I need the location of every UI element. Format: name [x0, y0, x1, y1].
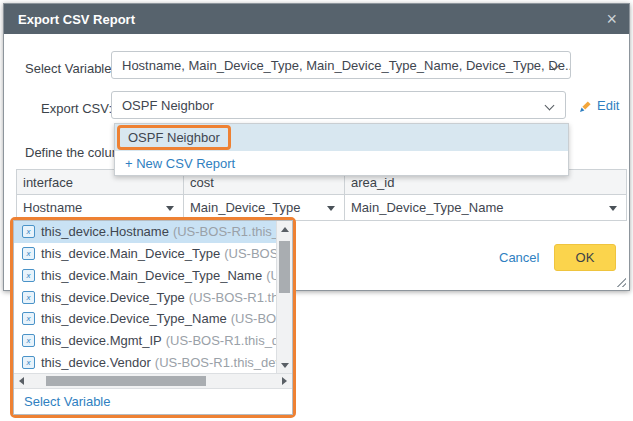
scrollbar-thumb[interactable] — [279, 241, 290, 293]
edit-label: Edit — [597, 98, 619, 113]
list-item[interactable]: x this_device.Hostname (US-BOS-R1.this_d… — [14, 221, 276, 243]
close-icon[interactable]: × — [606, 8, 617, 30]
variable-icon: x — [22, 312, 35, 325]
list-item[interactable]: x this_device.Mgmt_IP (US-BOS-R1.this_de… — [14, 330, 276, 352]
variable-list-popup: x this_device.Hostname (US-BOS-R1.this_d… — [13, 220, 293, 415]
horizontal-scrollbar[interactable] — [14, 373, 292, 388]
dropdown-arrow-icon — [166, 206, 174, 211]
pencil-icon — [579, 99, 593, 113]
csv-report-menu: OSPF Neighbor + New CSV Report — [114, 123, 569, 176]
menu-option-ospf-neighbor[interactable]: OSPF Neighbor — [115, 124, 568, 151]
select-variables-value: Hostname, Main_Device_Type, Main_Device_… — [122, 58, 571, 73]
list-item[interactable]: x this_device.Device_Type (US-BOS-R1.thi… — [14, 286, 276, 308]
chevron-down-icon — [545, 101, 555, 111]
dropdown-arrow-icon — [327, 206, 335, 211]
scroll-left-icon[interactable] — [19, 377, 24, 385]
scroll-right-icon[interactable] — [282, 377, 287, 385]
select-variable-row: Select Variable — [14, 388, 292, 414]
variable-icon: x — [22, 269, 35, 282]
highlight-annotation: x this_device.Hostname (US-BOS-R1.this_d… — [10, 217, 296, 418]
list-item[interactable]: x this_device.Main_Device_Type_Name (US-… — [14, 264, 276, 286]
list-item[interactable]: x this_device.Vendor (US-BOS-R1.this_dev… — [14, 351, 276, 373]
export-csv-dropdown[interactable]: OSPF Neighbor — [111, 91, 566, 119]
vertical-scrollbar[interactable] — [276, 221, 292, 373]
variable-icon: x — [22, 225, 35, 238]
variable-icon: x — [22, 356, 35, 369]
variable-icon: x — [22, 247, 35, 260]
new-csv-report-option[interactable]: + New CSV Report — [115, 151, 568, 175]
scrollbar-thumb[interactable] — [46, 376, 206, 386]
variable-icon: x — [22, 291, 35, 304]
resize-grip[interactable] — [615, 276, 626, 287]
cell-dropdown-area-id[interactable]: Main_Device_Type_Name — [345, 195, 627, 221]
dialog-titlebar: Export CSV Report × — [4, 4, 629, 34]
scroll-down-icon[interactable] — [277, 357, 292, 373]
list-item[interactable]: x this_device.Main_Device_Type (US-BOS-R… — [14, 243, 276, 265]
variable-icon: x — [22, 334, 35, 347]
dropdown-arrow-icon — [609, 206, 617, 211]
select-variables-dropdown[interactable]: Hostname, Main_Device_Type, Main_Device_… — [111, 51, 571, 79]
scroll-up-icon[interactable] — [277, 221, 292, 237]
export-csv-value: OSPF Neighbor — [122, 98, 214, 113]
cancel-button[interactable]: Cancel — [499, 250, 539, 265]
ok-button[interactable]: OK — [554, 244, 616, 271]
list-item[interactable]: x this_device.Device_Type_Name (US-BOS-R… — [14, 308, 276, 330]
dialog-title: Export CSV Report — [18, 12, 135, 27]
select-variable-link[interactable]: Select Variable — [24, 394, 110, 409]
export-csv-label: Export CSV: — [41, 101, 112, 116]
columns-table: interface cost area_id Hostname Main_Dev… — [16, 169, 627, 221]
select-variables-label: Select Variables: — [25, 61, 122, 76]
highlight-annotation: OSPF Neighbor — [117, 125, 231, 150]
variable-list: x this_device.Hostname (US-BOS-R1.this_d… — [14, 221, 276, 373]
edit-link[interactable]: Edit — [579, 98, 619, 113]
